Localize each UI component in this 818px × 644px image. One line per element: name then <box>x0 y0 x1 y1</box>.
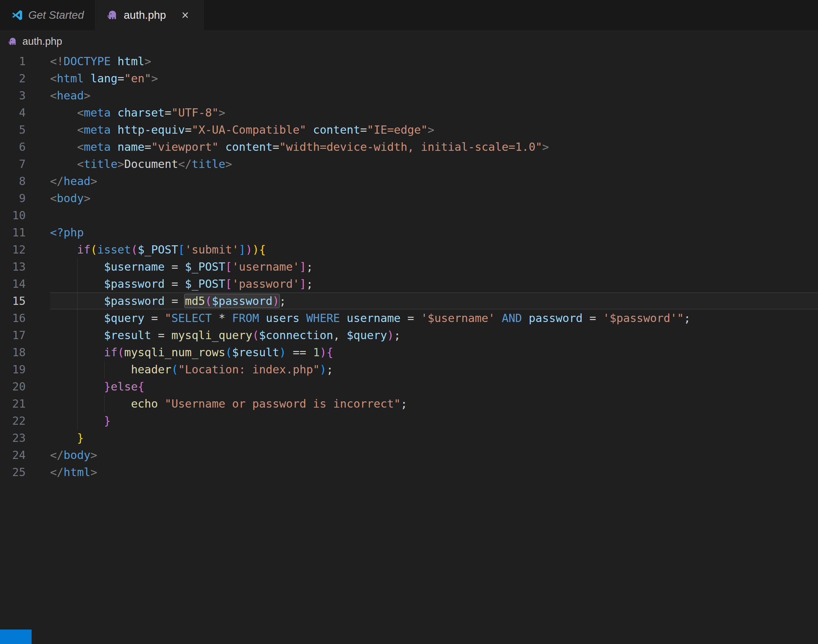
code-line[interactable]: 21 echo "Username or password is incorre… <box>0 395 818 412</box>
line-content[interactable]: <body> <box>50 190 818 207</box>
code-line[interactable]: 7 <title>Document</title> <box>0 155 818 173</box>
code-line[interactable]: 14 $password = $_POST['password']; <box>0 275 818 292</box>
tab-bar: Get Startedauth.php× <box>0 0 818 30</box>
line-content[interactable]: $password = $_POST['password']; <box>50 275 818 292</box>
line-number[interactable]: 23 <box>0 429 26 446</box>
code-line[interactable]: 13 $username = $_POST['username']; <box>0 258 818 275</box>
line-number[interactable]: 1 <box>0 53 26 70</box>
code-line[interactable]: 18 if(mysqli_num_rows($result) == 1){ <box>0 344 818 361</box>
line-content[interactable]: </head> <box>50 173 818 190</box>
remote-indicator[interactable] <box>0 630 32 644</box>
line-number[interactable]: 12 <box>0 241 26 258</box>
line-content[interactable] <box>50 207 818 224</box>
tab-auth-php[interactable]: auth.php× <box>95 0 204 30</box>
line-number[interactable]: 15 <box>0 292 26 310</box>
line-number[interactable]: 8 <box>0 173 26 190</box>
line-content[interactable]: }else{ <box>50 378 818 395</box>
line-number[interactable]: 16 <box>0 310 26 327</box>
code-token: SELECT <box>172 311 212 325</box>
line-content[interactable]: <head> <box>50 87 818 104</box>
code-line[interactable]: 16 $query = "SELECT * FROM users WHERE u… <box>0 310 818 327</box>
line-content[interactable]: <title>Document</title> <box>50 155 818 173</box>
code-line[interactable]: 22 } <box>0 412 818 429</box>
line-content[interactable]: if(isset($_POST['submit'])){ <box>50 241 818 258</box>
line-number[interactable]: 25 <box>0 463 26 481</box>
code-token: '$password' <box>603 311 677 325</box>
code-token: , <box>333 328 347 342</box>
line-content[interactable]: $username = $_POST['username']; <box>50 258 818 275</box>
line-number[interactable]: 21 <box>0 395 26 412</box>
code-line[interactable]: 12 if(isset($_POST['submit'])){ <box>0 241 818 258</box>
line-number[interactable]: 24 <box>0 446 26 463</box>
line-number[interactable]: 2 <box>0 70 26 87</box>
code-token: content <box>313 123 360 136</box>
line-content[interactable]: } <box>50 429 818 446</box>
code-token: FROM <box>232 311 259 325</box>
code-line[interactable]: 4 <meta charset="UTF-8"> <box>0 104 818 121</box>
code-line[interactable]: 5 <meta http-equiv="X-UA-Compatible" con… <box>0 121 818 138</box>
code-token: > <box>91 448 97 462</box>
code-line[interactable]: 11<?php <box>0 224 818 241</box>
line-content[interactable]: <meta charset="UTF-8"> <box>50 104 818 121</box>
line-number[interactable]: 17 <box>0 327 26 344</box>
code-token: > <box>427 123 434 136</box>
code-token: content <box>225 140 272 153</box>
line-content[interactable]: $result = mysqli_query($connection, $que… <box>50 327 818 344</box>
line-number[interactable]: 7 <box>0 155 26 173</box>
line-content[interactable]: <meta name="viewport" content="width=dev… <box>50 138 818 155</box>
code-line[interactable]: 2<html lang="en"> <box>0 70 818 87</box>
line-number[interactable]: 19 <box>0 361 26 378</box>
line-content[interactable]: <!DOCTYPE html> <box>50 53 818 70</box>
line-number[interactable]: 3 <box>0 87 26 104</box>
tab-get-started[interactable]: Get Started <box>0 0 95 30</box>
code-line[interactable]: 10 <box>0 207 818 224</box>
code-line[interactable]: 23 } <box>0 429 818 446</box>
line-number[interactable]: 11 <box>0 224 26 241</box>
code-token: = <box>144 311 165 325</box>
line-content[interactable]: <meta http-equiv="X-UA-Compatible" conte… <box>50 121 818 138</box>
code-token <box>299 311 306 325</box>
line-number[interactable]: 22 <box>0 412 26 429</box>
code-token: > <box>144 55 151 68</box>
breadcrumb[interactable]: auth.php <box>0 30 818 53</box>
code-line[interactable]: 6 <meta name="viewport" content="width=d… <box>0 138 818 155</box>
code-line[interactable]: 19 header("Location: index.php"); <box>0 361 818 378</box>
code-token <box>50 123 77 136</box>
code-token: { <box>326 346 333 359</box>
line-number[interactable]: 14 <box>0 275 26 292</box>
line-content[interactable]: } <box>50 412 818 429</box>
code-token: </ <box>50 175 64 188</box>
code-line[interactable]: 24</body> <box>0 446 818 463</box>
line-number[interactable]: 9 <box>0 190 26 207</box>
tab-close-button[interactable]: × <box>178 8 192 22</box>
line-number[interactable]: 4 <box>0 104 26 121</box>
line-content[interactable]: <html lang="en"> <box>50 70 818 87</box>
code-token: [ <box>225 277 232 290</box>
line-number[interactable]: 20 <box>0 378 26 395</box>
line-number[interactable]: 13 <box>0 258 26 275</box>
line-content[interactable]: $query = "SELECT * FROM users WHERE user… <box>50 310 818 327</box>
line-content[interactable]: if(mysqli_num_rows($result) == 1){ <box>50 344 818 361</box>
code-line[interactable]: 15 $password = md5($password); <box>0 292 818 310</box>
line-number[interactable]: 5 <box>0 121 26 138</box>
code-token: ( <box>205 294 212 308</box>
line-number[interactable]: 10 <box>0 207 26 224</box>
code-line[interactable]: 9<body> <box>0 190 818 207</box>
code-line[interactable]: 25</html> <box>0 463 818 481</box>
line-number[interactable]: 18 <box>0 344 26 361</box>
code-line[interactable]: 8</head> <box>0 173 818 190</box>
code-line[interactable]: 17 $result = mysqli_query($connection, $… <box>0 327 818 344</box>
line-content[interactable]: </html> <box>50 463 818 481</box>
line-number[interactable]: 6 <box>0 138 26 155</box>
code-token <box>110 140 117 153</box>
code-line[interactable]: 20 }else{ <box>0 378 818 395</box>
code-token: == <box>286 346 313 359</box>
code-token: ) <box>246 243 252 256</box>
line-content[interactable]: echo "Username or password is incorrect"… <box>50 395 818 412</box>
line-content[interactable]: $password = md5($password); <box>50 292 818 310</box>
code-line[interactable]: 3<head> <box>0 87 818 104</box>
line-content[interactable]: </body> <box>50 446 818 463</box>
code-line[interactable]: 1<!DOCTYPE html> <box>0 53 818 70</box>
line-content[interactable]: header("Location: index.php"); <box>50 361 818 378</box>
line-content[interactable]: <?php <box>50 224 818 241</box>
